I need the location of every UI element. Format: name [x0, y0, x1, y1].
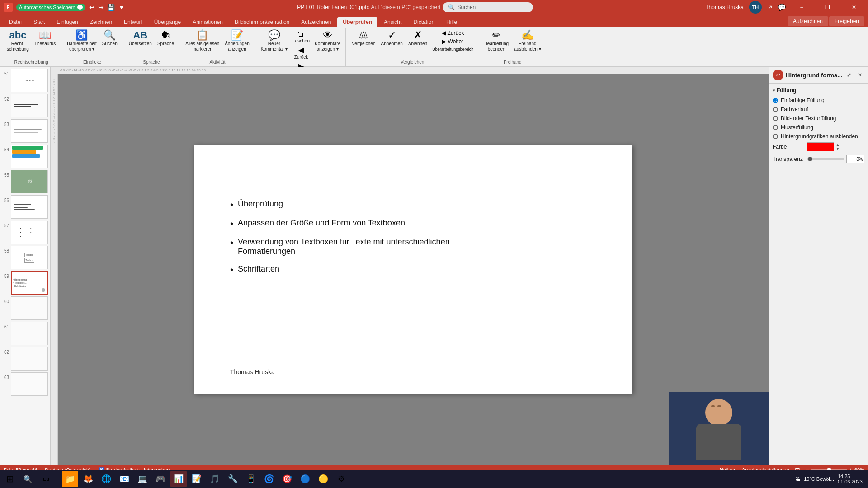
taskbar-search[interactable]: 🔍: [20, 471, 36, 487]
kommentare-anzeigen-button[interactable]: 👁 Kommentareanzeigen ▾: [312, 29, 343, 53]
sprache-button[interactable]: 🗣 Sprache: [155, 29, 176, 48]
color-picker-box[interactable]: [807, 142, 834, 151]
tab-dictation[interactable]: Dictation: [408, 17, 440, 27]
muster-radio[interactable]: [773, 125, 778, 130]
taskbar-firefox[interactable]: 🦊: [80, 471, 96, 487]
slide-thumb-60[interactable]: 60: [2, 296, 48, 320]
uebersetzen-button[interactable]: AB Übersetzen: [127, 29, 154, 48]
toolbar-undo-icon[interactable]: ↩: [89, 4, 94, 11]
toolbar-more-icon[interactable]: ▼: [118, 4, 125, 11]
slide-canvas-area[interactable]: • Überprüfung • Anpassen der Größe und F…: [58, 74, 769, 465]
tab-zeichnen[interactable]: Zeichnen: [85, 17, 118, 27]
taskbar-app9[interactable]: 🎵: [207, 471, 223, 487]
transparenz-input[interactable]: [846, 155, 864, 163]
panel-expand-icon[interactable]: ⤢: [844, 70, 854, 80]
search-box[interactable]: 🔍 Suchen: [443, 2, 533, 12]
thesaurus-button[interactable]: 📖 Thesaurus: [32, 29, 58, 48]
muster-radio-row[interactable]: Musterfüllung: [773, 124, 864, 131]
weiter-vergleich-button[interactable]: ▶ Weiter: [430, 38, 475, 46]
taskbar-app15[interactable]: 🟡: [315, 471, 331, 487]
slide-panel[interactable]: 51 Text Folie 52 53: [0, 67, 51, 465]
taskbar-app13[interactable]: 🎯: [279, 471, 295, 487]
taskbar-app10[interactable]: 🔧: [225, 471, 241, 487]
taskbar-outlook[interactable]: 📧: [116, 471, 132, 487]
annehmen-button[interactable]: ✓ Annehmen: [379, 29, 405, 48]
tab-ansicht[interactable]: Ansicht: [378, 17, 407, 27]
taskbar-app8[interactable]: 📝: [189, 471, 205, 487]
einfarbige-radio[interactable]: [773, 98, 778, 103]
color-arrows[interactable]: ▲ ▼: [836, 143, 840, 151]
tab-bildschirm[interactable]: Bildschirmpräsentation: [229, 17, 295, 27]
tab-ueberpruefen[interactable]: Überprüfen: [337, 17, 377, 27]
minimize-button[interactable]: −: [791, 0, 812, 14]
aenderungen-button[interactable]: 📝 Änderungenanzeigen: [222, 29, 252, 53]
alle-gelesen-button[interactable]: 📋 Alles als gelesenmarkieren: [183, 29, 222, 53]
close-button[interactable]: ✕: [844, 0, 864, 14]
bearbeitung-beenden-button[interactable]: ✏ Bearbeitungbeenden: [482, 29, 511, 53]
tab-datei[interactable]: Datei: [4, 17, 27, 27]
restore-button[interactable]: ❐: [817, 0, 838, 14]
farbverlauf-radio-row[interactable]: Farbverlauf: [773, 106, 864, 113]
bild-radio-row[interactable]: Bild- oder Texturfüllung: [773, 115, 864, 122]
slide-thumb-62[interactable]: 62: [2, 347, 48, 371]
slide-img-56[interactable]: [11, 195, 48, 219]
barrierefreiheit-button[interactable]: ♿ Barrierefreiheitüberprüfen ▾: [65, 29, 99, 53]
bild-radio[interactable]: [773, 116, 778, 121]
slide-thumb-52[interactable]: 52: [2, 94, 48, 117]
tab-start[interactable]: Start: [28, 17, 50, 27]
slide-img-58[interactable]: Textbox Textbox: [11, 246, 48, 269]
taskbar-app14[interactable]: 🔵: [297, 471, 313, 487]
taskbar-chrome[interactable]: 🌐: [98, 471, 114, 487]
tab-hilfe[interactable]: Hilfe: [441, 17, 462, 27]
slide-img-55[interactable]: 🖼: [11, 170, 48, 193]
taskbar-app12[interactable]: 🌀: [261, 471, 277, 487]
comments-icon[interactable]: 💬: [778, 4, 786, 11]
slide-thumb-58[interactable]: 58 Textbox Textbox: [2, 246, 48, 269]
share-icon[interactable]: ↗: [767, 4, 773, 11]
taskbar-app16[interactable]: ⚙: [333, 471, 349, 487]
panel-back-button[interactable]: ↩: [773, 70, 783, 80]
tab-freigeben[interactable]: Freigeben: [829, 16, 864, 26]
hintergrund-checkbox[interactable]: [773, 134, 778, 139]
ueberarbeitungsbereich-button[interactable]: Überarbeitungsbereich: [430, 46, 475, 52]
slide-img-54[interactable]: [11, 145, 48, 168]
slide-img-57[interactable]: • —— • —— • —— • —— • ——: [11, 221, 48, 244]
slide-img-53[interactable]: [11, 119, 48, 143]
slide-thumb-57[interactable]: 57 • —— • —— • —— • —— • ——: [2, 221, 48, 244]
toolbar-redo-icon[interactable]: ↪: [98, 4, 104, 11]
tab-aufzeichnen[interactable]: Aufzeichnen: [296, 17, 336, 27]
slide-img-62[interactable]: [11, 347, 48, 371]
taskbar-taskview[interactable]: 🗂: [38, 471, 54, 487]
tab-einfuegen[interactable]: Einfügen: [51, 17, 83, 27]
slide-thumb-55[interactable]: 55 🖼: [2, 170, 48, 193]
autosave-toggle[interactable]: Automatisches Speichern: [16, 4, 85, 11]
taskbar-powerpoint[interactable]: 📊: [170, 471, 187, 487]
transparenz-slider-thumb[interactable]: [808, 157, 812, 161]
slide-img-51[interactable]: Text Folie: [11, 69, 48, 92]
tab-uebergaenge[interactable]: Übergänge: [149, 17, 186, 27]
tab-aufzeichnen-right[interactable]: Aufzeichnen: [788, 16, 828, 26]
taskbar-app6[interactable]: 🎮: [152, 471, 169, 487]
start-button[interactable]: ⊞: [2, 471, 18, 487]
slide-thumb-53[interactable]: 53: [2, 119, 48, 143]
fullung-section-header[interactable]: ▾ Füllung: [773, 87, 864, 94]
tab-animationen[interactable]: Animationen: [187, 17, 228, 27]
taskbar-explorer[interactable]: 📁: [62, 471, 78, 487]
zurueck-kommentar-button[interactable]: ◀ Zurück: [291, 45, 311, 61]
slide-img-60[interactable]: [11, 296, 48, 320]
neuer-kommentar-button[interactable]: 💬 NeuerKommentar ▾: [259, 29, 290, 53]
slide-img-59[interactable]: •Überprüfung •Textboxen... •Schriftarten: [11, 271, 48, 295]
suchen-button[interactable]: 🔍 Suchen: [100, 29, 120, 48]
slide-thumb-56[interactable]: 56: [2, 195, 48, 219]
slide-img-52[interactable]: [11, 94, 48, 117]
slide-thumb-54[interactable]: 54: [2, 145, 48, 168]
panel-close-icon[interactable]: ✕: [855, 70, 864, 80]
slide-img-61[interactable]: [11, 322, 48, 345]
hintergrund-checkbox-row[interactable]: Hintergrundgrafiken ausblenden: [773, 133, 864, 140]
slide-thumb-63[interactable]: 63: [2, 372, 48, 396]
slide-img-63[interactable]: [11, 372, 48, 396]
loeschen-button[interactable]: 🗑 Löschen: [291, 29, 311, 44]
transparenz-slider[interactable]: [807, 158, 844, 160]
slide-thumb-59[interactable]: 59 •Überprüfung •Textboxen... •Schriftar…: [2, 271, 48, 295]
ablehnen-button[interactable]: ✗ Ablehnen: [406, 29, 429, 48]
